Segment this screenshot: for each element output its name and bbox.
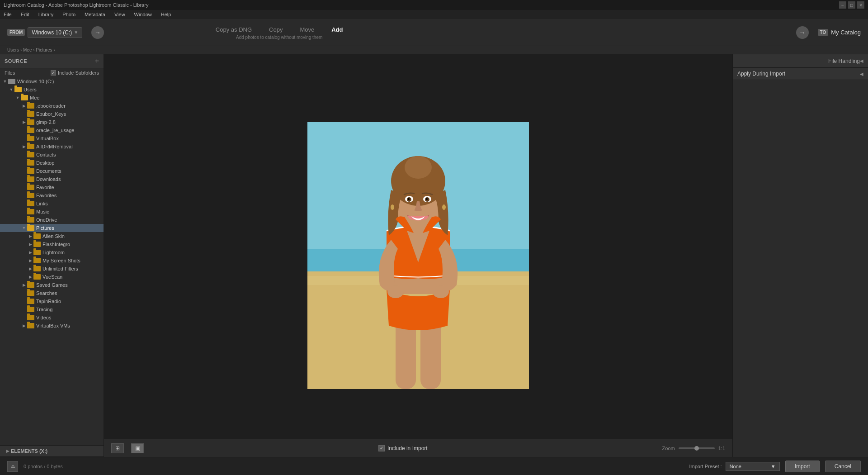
- tree-item[interactable]: oracle_jre_usage: [0, 126, 104, 134]
- file-handling-tab[interactable]: File Handling ◀: [733, 54, 868, 68]
- tree-item[interactable]: ▶VirtualBox VMs: [0, 322, 104, 330]
- apply-during-import-section[interactable]: Apply During Import ◀: [733, 68, 868, 80]
- tree-item-label: oracle_jre_usage: [36, 128, 74, 133]
- import-modes-row: Copy as DNG Copy Move Add: [214, 25, 345, 34]
- tree-toggle-icon: [21, 306, 27, 313]
- copy-mode[interactable]: Copy: [267, 25, 284, 34]
- menu-bar: File Edit Library Photo Metadata View Wi…: [0, 10, 868, 19]
- tree-item[interactable]: ▶Alien Skin: [0, 232, 104, 240]
- tree-item-label: Alien Skin: [42, 233, 65, 239]
- tree-toggle-icon: ▶: [27, 274, 33, 280]
- breadcrumb: Users › Mee › Pictures ›: [0, 46, 868, 54]
- import-preset-label: Import Preset :: [689, 464, 722, 469]
- copy-as-dng-mode[interactable]: Copy as DNG: [214, 25, 254, 34]
- bottom-bar: ⏏ 0 photos / 0 bytes Import Preset : Non…: [0, 457, 868, 475]
- import-mode-selector: Copy as DNG Copy Move Add Add photos to …: [113, 25, 445, 40]
- tree-item[interactable]: ▼Windows 10 (C:): [0, 77, 104, 86]
- eject-button[interactable]: ⏏: [7, 461, 18, 472]
- source-tree: ▼Windows 10 (C:)▼Users▼Mee▶.ebookreaderE…: [0, 77, 104, 445]
- tree-toggle-icon: ▼: [21, 225, 27, 231]
- tree-item[interactable]: Favorite: [0, 183, 104, 191]
- tree-item[interactable]: ▶My Screen Shots: [0, 256, 104, 265]
- include-in-import-section: ✓ Include in Import: [151, 445, 655, 451]
- menu-file[interactable]: File: [2, 11, 14, 18]
- tree-item[interactable]: ▶.ebookreader: [0, 102, 104, 110]
- menu-help[interactable]: Help: [159, 11, 173, 18]
- tree-toggle-icon: ▶: [27, 233, 33, 239]
- tree-item[interactable]: Links: [0, 200, 104, 208]
- tree-item-label: AllDRMRemoval: [36, 144, 73, 149]
- tree-item[interactable]: ▼Users: [0, 86, 104, 94]
- folder-icon: [27, 225, 34, 231]
- menu-photo[interactable]: Photo: [61, 11, 77, 18]
- tree-item-label: VirtualBox: [36, 136, 59, 141]
- tree-item[interactable]: TapinRadio: [0, 297, 104, 305]
- navigate-to-catalog-button[interactable]: →: [796, 26, 809, 39]
- import-button[interactable]: Import: [785, 461, 820, 472]
- from-path-value: Windows 10 (C:): [32, 29, 72, 36]
- folder-icon: [33, 233, 41, 239]
- minimize-button[interactable]: −: [839, 1, 846, 9]
- folder-icon: [27, 119, 34, 125]
- tree-toggle-icon: [21, 111, 27, 117]
- folder-icon: [33, 274, 41, 280]
- menu-edit[interactable]: Edit: [19, 11, 31, 18]
- tree-item-label: VirtualBox VMs: [36, 323, 70, 328]
- tree-item[interactable]: Epubor_Keys: [0, 110, 104, 118]
- tree-item[interactable]: VirtualBox: [0, 134, 104, 142]
- menu-metadata[interactable]: Metadata: [83, 11, 107, 18]
- tree-item[interactable]: ▶gimp-2.8: [0, 118, 104, 126]
- tree-toggle-icon: [21, 168, 27, 174]
- navigate-forward-button[interactable]: →: [91, 26, 104, 39]
- include-subfolders-checkbox[interactable]: ✓: [51, 70, 56, 76]
- tree-item[interactable]: ▼Mee: [0, 94, 104, 102]
- menu-library[interactable]: Library: [37, 11, 56, 18]
- elements-panel-header[interactable]: ▶ Elements (X:): [0, 445, 104, 457]
- include-in-import-checkbox[interactable]: ✓: [378, 445, 385, 451]
- include-subfolders-option[interactable]: ✓ Include Subfolders: [51, 70, 99, 76]
- tree-item-label: Documents: [36, 168, 61, 174]
- tree-item-label: Contacts: [36, 152, 56, 157]
- to-section: TO My Catalog: [818, 29, 861, 36]
- loupe-view-button[interactable]: ▣: [131, 443, 144, 453]
- import-preset-dropdown[interactable]: None ▼: [726, 462, 780, 471]
- tree-item[interactable]: ▶AllDRMRemoval: [0, 142, 104, 151]
- grid-view-button[interactable]: ⊞: [111, 443, 124, 453]
- source-add-button[interactable]: +: [95, 57, 99, 65]
- tree-item[interactable]: ▶Lightroom: [0, 248, 104, 256]
- from-path-selector[interactable]: Windows 10 (C:) ▼: [28, 27, 82, 38]
- tree-item[interactable]: Tracing: [0, 305, 104, 314]
- tree-item[interactable]: Videos: [0, 314, 104, 322]
- menu-view[interactable]: View: [113, 11, 127, 18]
- tree-item[interactable]: Music: [0, 208, 104, 216]
- add-mode[interactable]: Add: [330, 25, 344, 34]
- tree-item[interactable]: Contacts: [0, 151, 104, 159]
- source-panel-header[interactable]: Source +: [0, 54, 104, 68]
- tree-item[interactable]: Documents: [0, 167, 104, 175]
- maximize-button[interactable]: □: [848, 1, 855, 9]
- move-mode[interactable]: Move: [298, 25, 316, 34]
- tree-item-label: Users: [24, 87, 37, 92]
- tree-item-label: Windows 10 (C:): [17, 79, 54, 84]
- folder-icon: [27, 111, 34, 117]
- tree-item[interactable]: ▶Unlimited Filters: [0, 265, 104, 273]
- svg-point-17: [408, 198, 410, 200]
- tree-item[interactable]: Desktop: [0, 159, 104, 167]
- cancel-button[interactable]: Cancel: [825, 461, 861, 472]
- folder-icon: [27, 176, 34, 182]
- apply-during-import-collapse-icon: ◀: [860, 71, 863, 76]
- tree-item[interactable]: ▼Pictures: [0, 224, 104, 232]
- tree-item[interactable]: ▶Saved Games: [0, 281, 104, 289]
- tree-item[interactable]: Searches: [0, 289, 104, 297]
- tree-item-label: Links: [36, 201, 48, 206]
- folder-icon: [27, 201, 34, 206]
- tree-item[interactable]: Favorites: [0, 191, 104, 200]
- tree-item[interactable]: ▶VueScan: [0, 273, 104, 281]
- close-button[interactable]: ×: [857, 1, 864, 9]
- tree-item[interactable]: ▶FlashIntegro: [0, 240, 104, 248]
- menu-window[interactable]: Window: [132, 11, 154, 18]
- tree-item[interactable]: Downloads: [0, 175, 104, 183]
- tree-item[interactable]: OneDrive: [0, 216, 104, 224]
- folder-icon: [27, 185, 34, 190]
- zoom-slider[interactable]: [679, 447, 715, 449]
